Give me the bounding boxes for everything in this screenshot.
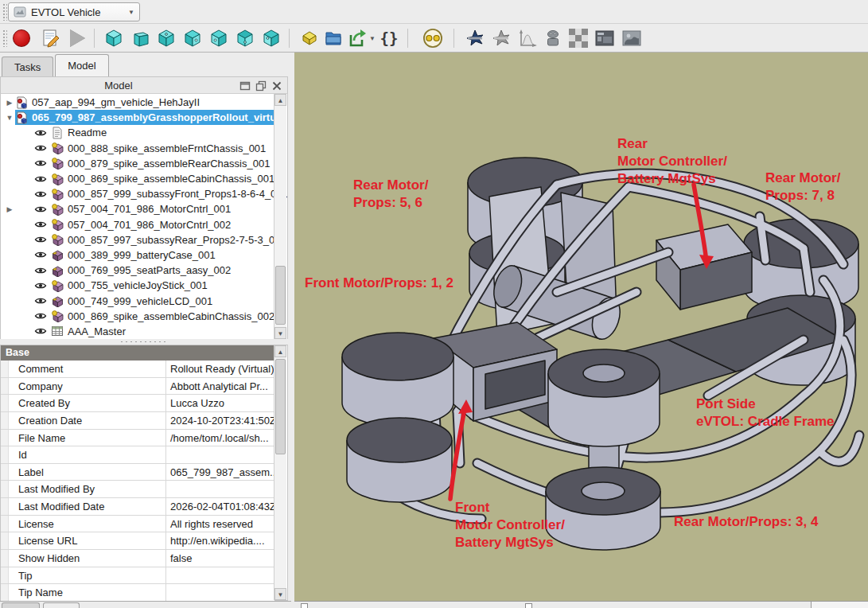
tree-item[interactable]: 000_755_vehicleJoyStick_001 (1, 278, 275, 293)
scrollbar-thumb[interactable] (275, 359, 286, 454)
property-value[interactable]: Abbott Analytical Pr... (165, 378, 274, 395)
visibility-eye-icon[interactable] (34, 294, 47, 307)
robot-button[interactable] (543, 28, 563, 49)
expression-button[interactable]: {} (379, 28, 399, 49)
view-rear-button[interactable] (208, 28, 229, 49)
property-group-header[interactable]: Base (1, 345, 274, 361)
scroll-down-arrow[interactable]: ▼ (274, 588, 286, 600)
visibility-eye-icon[interactable] (34, 264, 47, 277)
image-button[interactable] (621, 28, 642, 49)
property-row[interactable]: Created ByLucca Uzzo (1, 395, 274, 412)
play-macro-button[interactable] (67, 28, 88, 49)
property-row[interactable]: Tip (1, 567, 274, 585)
scroll-up-arrow[interactable]: ▲ (274, 345, 286, 357)
tree-item[interactable]: 000_879_spike_assembleRearChassis_001 (1, 156, 275, 171)
tree-item[interactable]: 000_869_spike_assembleCabinChassis_002 (1, 309, 275, 324)
visibility-eye-icon[interactable] (34, 173, 47, 185)
view-right-button[interactable] (182, 28, 203, 49)
visibility-eye-icon[interactable] (34, 157, 47, 170)
property-value[interactable]: /home/tom/.local/sh... (165, 430, 274, 446)
property-row[interactable]: License URLhttp://en.wikipedia.... (1, 532, 274, 550)
dock-close-icon[interactable] (271, 80, 282, 92)
visibility-eye-icon[interactable] (34, 188, 47, 201)
visibility-eye-icon[interactable] (34, 310, 47, 322)
tree-item[interactable]: AAA_Master (1, 324, 275, 339)
toolbar-grip[interactable] (2, 29, 7, 47)
tree-item[interactable]: 000_857_997_subassyRear_Props2-7-5-3_001 (1, 232, 275, 247)
property-value[interactable] (165, 446, 274, 463)
visibility-eye-icon[interactable] (34, 233, 47, 246)
export-button[interactable] (347, 28, 368, 49)
view-bottom-button[interactable] (235, 28, 255, 49)
visibility-eye-icon[interactable] (34, 279, 47, 292)
property-row[interactable]: CompanyAbbott Analytical Pr... (1, 378, 274, 396)
scroll-down-arrow[interactable]: ▼ (274, 327, 286, 339)
scroll-up-arrow[interactable]: ▲ (274, 94, 286, 106)
property-row[interactable]: LicenseAll rights reserved (1, 516, 274, 533)
tree-item[interactable]: ▶057_004_701_986_MotorCntrl_001 (1, 201, 275, 216)
tab-model[interactable]: Model (55, 54, 108, 76)
record-macro-button[interactable] (11, 28, 32, 49)
property-row[interactable]: Id (1, 446, 274, 464)
screenshot-button[interactable] (594, 28, 615, 49)
property-value[interactable]: http://en.wikipedia.... (165, 532, 274, 549)
plot-button[interactable] (517, 28, 538, 49)
appearance-dark-button[interactable] (465, 28, 485, 49)
create-part-button[interactable] (299, 28, 320, 49)
view-axonometric-button[interactable] (103, 28, 124, 49)
view-front-button[interactable] (130, 28, 150, 49)
tree-item[interactable]: 000_749_999_vehicleLCD_001 (1, 293, 275, 308)
edit-macro-button[interactable] (40, 28, 60, 49)
bottom-tab-2[interactable] (43, 602, 80, 608)
visibility-eye-icon[interactable] (34, 218, 47, 231)
property-value[interactable] (165, 481, 274, 497)
export-dropdown-caret[interactable]: ▼ (368, 28, 377, 49)
tree-scrollbar[interactable]: ▲ ▼ (274, 94, 286, 339)
tree-item[interactable]: Readme (1, 125, 275, 140)
property-value[interactable]: 065_799_987_assem... (165, 464, 274, 481)
assembly-button[interactable] (420, 28, 446, 49)
property-value[interactable] (165, 584, 274, 601)
tree-item[interactable]: ▶057_aap_994_gm_vehicle_HehJayII (1, 95, 275, 110)
visibility-eye-icon[interactable] (34, 127, 47, 139)
tree-item[interactable]: 000_869_spike_assembleCabinChassis_001 (1, 171, 275, 186)
property-value[interactable] (165, 567, 274, 584)
view-tab-icon[interactable] (525, 603, 532, 608)
property-row[interactable]: Tip Name (1, 584, 274, 602)
property-scrollbar[interactable]: ▲ ▼ (274, 345, 286, 600)
panel-splitter[interactable] (0, 339, 288, 345)
property-row[interactable]: Last Modified By (1, 481, 274, 498)
dock-float-icon[interactable] (255, 80, 267, 92)
bottom-tab-1[interactable] (2, 602, 40, 608)
property-row[interactable]: Last Modified Date2026-02-04T01:08:43Z (1, 498, 274, 516)
property-row[interactable]: File Name/home/tom/.local/sh... (1, 430, 274, 447)
property-value[interactable]: false (165, 550, 274, 567)
property-value[interactable]: 2026-02-04T01:08:43Z (165, 498, 274, 515)
expander-icon[interactable]: ▶ (4, 205, 15, 213)
3d-viewport[interactable]: Rear Motor/ Props: 5, 6 Rear Motor Contr… (294, 53, 868, 608)
property-value[interactable]: Rollout Ready (Virtual) (165, 361, 274, 377)
property-row[interactable]: CommentRollout Ready (Virtual) (1, 361, 274, 378)
property-row[interactable]: Show Hiddenfalse (1, 550, 274, 567)
create-group-button[interactable] (323, 28, 344, 49)
tree-item[interactable]: 057_004_701_986_MotorCntrl_002 (1, 217, 275, 232)
tree-item[interactable]: ▼065_799_987_assemblyGrasshopperRollout_… (1, 110, 275, 125)
visibility-eye-icon[interactable] (34, 325, 47, 337)
visibility-eye-icon[interactable] (34, 248, 47, 261)
scrollbar-thumb[interactable] (275, 266, 286, 325)
tab-tasks[interactable]: Tasks (2, 57, 53, 76)
tree-item[interactable]: 000_769_995_seatParts_aasy_002 (1, 263, 275, 278)
visibility-eye-icon[interactable] (34, 142, 47, 154)
appearance-gray-button[interactable] (491, 28, 512, 49)
tree-item[interactable]: 000_389_999_batteryCase_001 (1, 247, 275, 263)
tree-item[interactable]: 000_857_999_subassyFront_Props1-8-6-4_00… (1, 186, 275, 201)
dock-minimize-icon[interactable] (239, 80, 251, 92)
view-top-button[interactable] (156, 28, 177, 49)
expander-icon[interactable]: ▶ (4, 99, 15, 107)
toolbar-grip[interactable] (2, 3, 7, 21)
expander-icon[interactable]: ▼ (4, 114, 15, 122)
view-tab-icon[interactable] (301, 603, 308, 608)
tree-item[interactable]: 000_888_spike_assembleFrntChassis_001 (1, 141, 275, 156)
property-row[interactable]: Creation Date2024-10-20T23:41:50Z (1, 412, 274, 430)
property-value[interactable]: 2024-10-20T23:41:50Z (165, 412, 274, 429)
